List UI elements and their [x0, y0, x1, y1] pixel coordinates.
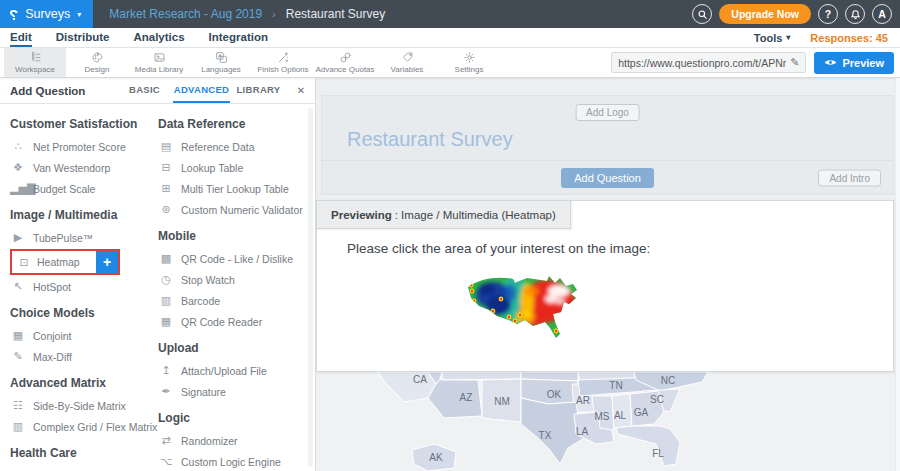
- toolbar-item-media-library[interactable]: Media Library: [128, 48, 190, 77]
- question-type-hotspot[interactable]: ↖HotSpot: [10, 276, 158, 297]
- question-type-max-diff[interactable]: ✎Max-Diff: [10, 346, 158, 367]
- question-type-label: Custom Logic Engine: [181, 456, 281, 468]
- question-type-randomizer[interactable]: ⇄Randomizer: [158, 430, 304, 451]
- question-type-van-westendorp[interactable]: ❖Van Westendorp: [10, 157, 158, 178]
- question-type-signature[interactable]: ✒Signature: [158, 381, 304, 402]
- toolbar-item-languages[interactable]: Languages: [190, 48, 252, 77]
- search-button[interactable]: [692, 4, 712, 24]
- question-type-reference-data[interactable]: ▤Reference Data: [158, 136, 304, 157]
- signature-icon: ✒: [158, 385, 174, 398]
- conjoint-icon: ▦: [10, 329, 26, 342]
- question-type-heatmap[interactable]: ⊡Heatmap+: [10, 249, 120, 275]
- question-type-lookup-table[interactable]: ⊟Lookup Table: [158, 157, 304, 178]
- section-title-health-care: Health Care: [10, 446, 158, 460]
- toolbar-item-variables[interactable]: Variables: [376, 48, 438, 77]
- question-type-attach-upload-file[interactable]: ↥Attach/Upload File: [158, 360, 304, 381]
- survey-workspace: CAAZNMOKARTNNCSCMSALGATXLAFLAK Add Logo …: [316, 78, 900, 471]
- toolbar-item-advance-quotas[interactable]: Advance Quotas: [314, 48, 376, 77]
- toolbar-item-label: Media Library: [135, 65, 183, 74]
- state-label-sc: SC: [650, 394, 664, 405]
- question-type-label: Net Promoter Score: [33, 141, 126, 153]
- help-button[interactable]: ?: [818, 4, 838, 24]
- add-logo-button[interactable]: Add Logo: [575, 104, 640, 121]
- state-label-ga: GA: [634, 407, 649, 418]
- upgrade-now-button[interactable]: Upgrade Now: [719, 4, 811, 24]
- heatmap-usa-image[interactable]: [463, 269, 589, 355]
- question-type-qr-code-like-dislike[interactable]: ▩QR Code - Like / Dislike: [158, 248, 304, 269]
- section-title-upload: Upload: [158, 341, 304, 355]
- question-type-label: Complex Grid / Flex Matrix: [33, 421, 157, 433]
- nav-tab-edit[interactable]: Edit: [10, 28, 32, 47]
- add-question-panel: Add Question BASICADVANCEDLIBRARY ✕ Cust…: [0, 78, 316, 471]
- add-heatmap-button[interactable]: +: [96, 251, 118, 273]
- question-type-multi-tier-lookup-table[interactable]: ⊞Multi Tier Lookup Table: [158, 178, 304, 199]
- responses-link[interactable]: Responses: 45: [810, 32, 888, 44]
- question-type-label: Multi Tier Lookup Table: [181, 183, 289, 195]
- edit-url-icon[interactable]: ✎: [790, 56, 799, 69]
- state-label-ar: AR: [576, 395, 590, 406]
- question-type-custom-logic-engine[interactable]: ⌥Custom Logic Engine: [158, 451, 304, 471]
- avatar[interactable]: A: [872, 4, 892, 24]
- chevron-down-icon: ▾: [786, 33, 790, 42]
- notifications-button[interactable]: [845, 4, 865, 24]
- breadcrumb-current: Restaurant Survey: [286, 7, 385, 21]
- toolbar-item-finish-options[interactable]: Finish Options: [252, 48, 314, 77]
- nav-tab-integration[interactable]: Integration: [209, 28, 268, 47]
- question-type-stop-watch[interactable]: ◷Stop Watch: [158, 269, 304, 290]
- panel-scrollbar[interactable]: [308, 108, 313, 467]
- question-type-label: Van Westendorp: [33, 162, 110, 174]
- question-type-label: QR Code - Like / Dislike: [181, 253, 293, 265]
- panel-tab-advanced[interactable]: ADVANCED: [173, 78, 230, 103]
- toolbar-item-label: Settings: [455, 65, 484, 74]
- question-type-custom-numeric-validator[interactable]: ⊛Custom Numeric Validator: [158, 199, 304, 220]
- heatmap-icon: ⊡: [16, 256, 32, 269]
- surveys-menu[interactable]: ? Surveys ▾: [0, 0, 93, 28]
- question-type-label: Conjoint: [33, 330, 72, 342]
- survey-title[interactable]: Restaurant Survey: [347, 128, 513, 151]
- section-title-data-reference: Data Reference: [158, 117, 304, 131]
- state-label-az: AZ: [460, 392, 473, 403]
- tools-menu[interactable]: Tools ▾: [754, 32, 791, 44]
- panel-tab-library[interactable]: LIBRARY: [230, 78, 287, 103]
- qr-code-reader-icon: ▦: [158, 315, 174, 328]
- question-type-conjoint[interactable]: ▦Conjoint: [10, 325, 158, 346]
- hotspot-icon: ↖: [10, 280, 26, 293]
- question-type-net-promoter-score[interactable]: ∴Net Promoter Score: [10, 136, 158, 157]
- question-type-qr-code-reader[interactable]: ▦QR Code Reader: [158, 311, 304, 332]
- side-by-side-matrix-icon: ☷: [10, 399, 26, 412]
- add-question-button[interactable]: Add Question: [561, 168, 654, 188]
- state-label-fl: FL: [652, 448, 664, 459]
- nav-tab-analytics[interactable]: Analytics: [133, 28, 184, 47]
- question-type-complex-grid-flex-matrix[interactable]: ▥Complex Grid / Flex Matrix: [10, 416, 158, 437]
- question-text: Please click the area of your interest o…: [347, 241, 650, 256]
- main-scrollbar[interactable]: [895, 78, 900, 471]
- nav-tab-distribute[interactable]: Distribute: [56, 28, 110, 47]
- toolbar-item-settings[interactable]: Settings: [438, 48, 500, 77]
- question-type-homunculus-question[interactable]: ▣Homunculus Question: [10, 465, 158, 471]
- preview-button[interactable]: Preview: [814, 52, 894, 74]
- breadcrumb-folder[interactable]: Market Research - Aug 2019: [109, 7, 262, 21]
- question-type-side-by-side-matrix[interactable]: ☷Side-By-Side Matrix: [10, 395, 158, 416]
- topbar-actions: Upgrade Now ? A: [692, 0, 900, 28]
- question-type-label: HotSpot: [33, 281, 71, 293]
- attach-upload-file-icon: ↥: [158, 364, 174, 377]
- section-title-image-multimedia: Image / Multimedia: [10, 208, 158, 222]
- survey-url-input[interactable]: [618, 57, 786, 69]
- workspace-icon: [29, 51, 42, 64]
- languages-icon: [215, 51, 228, 64]
- toolbar-item-workspace[interactable]: Workspace: [4, 48, 66, 77]
- randomizer-icon: ⇄: [158, 434, 174, 447]
- close-panel-button[interactable]: ✕: [287, 78, 315, 103]
- survey-url-box: ✎: [611, 52, 806, 73]
- question-type-budget-scale[interactable]: ▂▅▇Budget Scale: [10, 178, 158, 199]
- toolbar-item-design[interactable]: Design: [66, 48, 128, 77]
- max-diff-icon: ✎: [10, 350, 26, 363]
- question-type-tubepulse-[interactable]: ▶TubePulse™: [10, 227, 158, 248]
- section-title-logic: Logic: [158, 411, 304, 425]
- question-type-label: TubePulse™: [33, 232, 93, 244]
- previewing-tab: Previewing : Image / Multimedia (Heatmap…: [316, 200, 571, 229]
- add-intro-button[interactable]: Add Intro: [818, 169, 881, 186]
- panel-tab-basic[interactable]: BASIC: [116, 78, 173, 103]
- panel-title: Add Question: [0, 78, 116, 103]
- question-type-barcode[interactable]: ▥Barcode: [158, 290, 304, 311]
